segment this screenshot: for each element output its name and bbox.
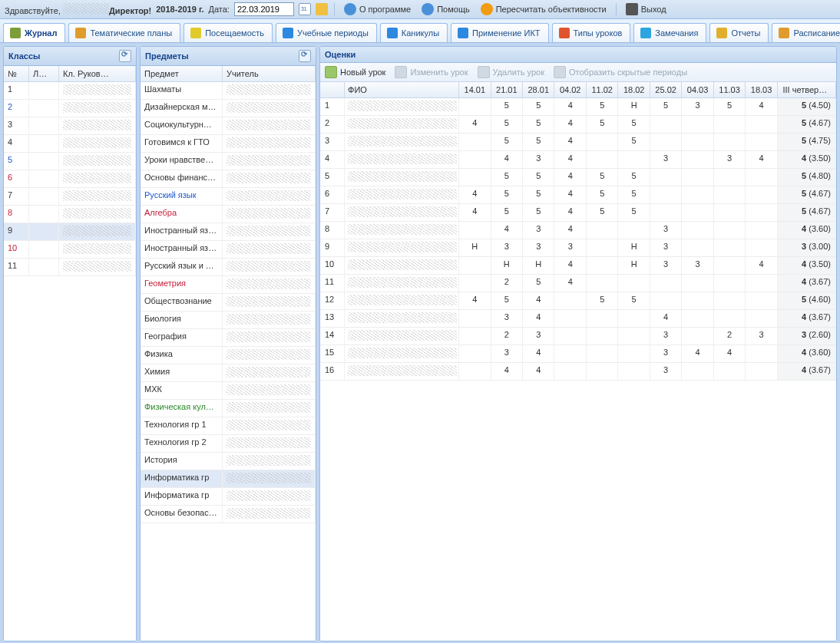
- grade-row[interactable]: 843434 (3.60): [320, 222, 836, 239]
- tab-тематические-планы[interactable]: Тематические планы: [68, 23, 180, 42]
- subject-row[interactable]: Основы финанс…: [141, 170, 316, 188]
- tab-icon: [10, 28, 21, 38]
- tab-каникулы[interactable]: Каникулы: [380, 23, 448, 42]
- tab-label: Учебные периоды: [297, 28, 369, 38]
- class-row[interactable]: 9: [4, 223, 136, 241]
- subjects-columns: Предмет Учитель: [141, 66, 316, 82]
- grade-row[interactable]: 133444 (3.67): [320, 310, 836, 328]
- grade-row[interactable]: 12454555 (4.60): [320, 292, 836, 310]
- tab-типы-уроков[interactable]: Типы уроков: [552, 23, 631, 42]
- tab-отчеты[interactable]: Отчеты: [709, 23, 769, 42]
- help-icon: [422, 3, 434, 15]
- grade-row[interactable]: 74554555 (4.67): [320, 204, 836, 222]
- class-row[interactable]: 2: [4, 100, 136, 117]
- exit-button[interactable]: Выход: [623, 2, 670, 17]
- class-row[interactable]: 11: [4, 259, 136, 276]
- tab-label: Каникулы: [402, 28, 439, 38]
- subject-row[interactable]: Основы безопас…: [141, 506, 316, 523]
- classes-panel: Классы № Л… Кл. Руков… 1234567891011: [3, 46, 137, 641]
- grade-row[interactable]: 355455 (4.75): [320, 134, 836, 151]
- grade-row[interactable]: 164434 (3.67): [320, 363, 836, 381]
- class-row[interactable]: 8: [4, 206, 136, 223]
- tab-icon: [716, 28, 727, 38]
- subject-row[interactable]: Технология гр 1: [141, 417, 316, 435]
- tab-учебные-периоды[interactable]: Учебные периоды: [276, 23, 377, 42]
- class-row[interactable]: 4: [4, 135, 136, 153]
- subject-row[interactable]: Алгебра: [141, 206, 316, 223]
- tab-icon: [190, 28, 201, 38]
- subject-row[interactable]: Готовимся к ГТО: [141, 135, 316, 153]
- class-row[interactable]: 7: [4, 188, 136, 206]
- subject-row[interactable]: Информатика гр: [141, 470, 316, 488]
- subject-row[interactable]: Информатика гр: [141, 488, 316, 506]
- class-row[interactable]: 5: [4, 153, 136, 170]
- subject-row[interactable]: История: [141, 453, 316, 470]
- subject-row[interactable]: Геометрия: [141, 276, 316, 294]
- grades-toolbar: Новый урок Изменить урок Удалить урок От…: [320, 63, 836, 82]
- grade-row[interactable]: 44343344 (3.50): [320, 151, 836, 169]
- show-icon: [554, 66, 566, 78]
- grade-row[interactable]: 10НН4Н3344 (3.50): [320, 257, 836, 275]
- class-row[interactable]: 1: [4, 82, 136, 100]
- delete-icon: [478, 66, 490, 78]
- subject-row[interactable]: Обществознание: [141, 294, 316, 312]
- recalc-button[interactable]: Пересчитать объективности: [478, 2, 610, 17]
- edit-icon: [395, 66, 407, 78]
- tab-label: Тематические планы: [90, 28, 172, 38]
- tab-label: Замечания: [655, 28, 698, 38]
- tab-icon: [387, 28, 398, 38]
- class-row[interactable]: 10: [4, 241, 136, 259]
- tab-icon: [75, 28, 86, 38]
- refresh-icon[interactable]: [119, 50, 131, 62]
- subject-row[interactable]: Физическая кул…: [141, 400, 316, 417]
- grade-row[interactable]: 24554555 (4.67): [320, 116, 836, 134]
- grades-grid: ФИО14.0121.0128.0104.0211.0218.0225.0204…: [320, 82, 836, 641]
- tab-расписание[interactable]: Расписание: [772, 23, 840, 42]
- help-button[interactable]: Помощь: [418, 2, 473, 17]
- subject-row[interactable]: Социокультурн…: [141, 117, 316, 135]
- top-bar: Здравствуйте, Директор! 2018-2019 г. Дат…: [0, 0, 840, 19]
- grade-row[interactable]: 64554555 (4.67): [320, 186, 836, 204]
- date-input[interactable]: [234, 2, 294, 16]
- subject-row[interactable]: Дизайнерская м…: [141, 100, 316, 117]
- tab-посещаемость[interactable]: Посещаемость: [184, 23, 273, 42]
- subject-row[interactable]: Химия: [141, 364, 316, 382]
- class-row[interactable]: 6: [4, 170, 136, 188]
- subject-row[interactable]: Технология гр 2: [141, 435, 316, 453]
- info-icon: [344, 3, 356, 15]
- grade-row[interactable]: 15545Н53545 (4.50): [320, 98, 836, 116]
- subject-row[interactable]: Иностранный яз…: [141, 241, 316, 259]
- grade-row[interactable]: 15343444 (3.60): [320, 345, 836, 363]
- classes-header: Классы: [4, 47, 136, 66]
- tab-label: Отчеты: [731, 28, 760, 38]
- tab-label: Применение ИКТ: [472, 28, 540, 38]
- greeting: Здравствуйте, Директор!: [5, 3, 151, 15]
- tab-label: Посещаемость: [205, 28, 264, 38]
- subject-row[interactable]: МХК: [141, 382, 316, 400]
- tab-замечания[interactable]: Замечания: [633, 23, 706, 42]
- subject-row[interactable]: Физика: [141, 347, 316, 364]
- exit-icon: [626, 3, 638, 15]
- new-lesson-button[interactable]: Новый урок: [325, 66, 385, 78]
- subject-row[interactable]: География: [141, 329, 316, 347]
- subject-row[interactable]: Уроки нравстве…: [141, 153, 316, 170]
- refresh-icon[interactable]: [299, 50, 311, 62]
- subject-row[interactable]: Русский язык и …: [141, 259, 316, 276]
- grade-row[interactable]: 14233233 (2.60): [320, 328, 836, 345]
- grades-header: Оценки: [320, 47, 836, 63]
- subject-row[interactable]: Шахматы: [141, 82, 316, 100]
- tab-применение-икт[interactable]: Применение ИКТ: [451, 23, 548, 42]
- subject-row[interactable]: Русский язык: [141, 188, 316, 206]
- grade-row[interactable]: 9Н333Н33 (3.00): [320, 239, 836, 257]
- subject-row[interactable]: Иностранный яз…: [141, 223, 316, 241]
- grade-row[interactable]: 5554555 (4.80): [320, 169, 836, 186]
- lock-icon[interactable]: [316, 3, 328, 15]
- calendar-icon[interactable]: [299, 3, 311, 15]
- grade-row[interactable]: 112544 (3.67): [320, 275, 836, 292]
- tab-журнал[interactable]: Журнал: [3, 23, 65, 42]
- tab-icon: [458, 28, 468, 38]
- subject-row[interactable]: Биология: [141, 312, 316, 329]
- about-button[interactable]: О программе: [341, 2, 414, 17]
- tab-icon: [640, 28, 651, 38]
- class-row[interactable]: 3: [4, 117, 136, 135]
